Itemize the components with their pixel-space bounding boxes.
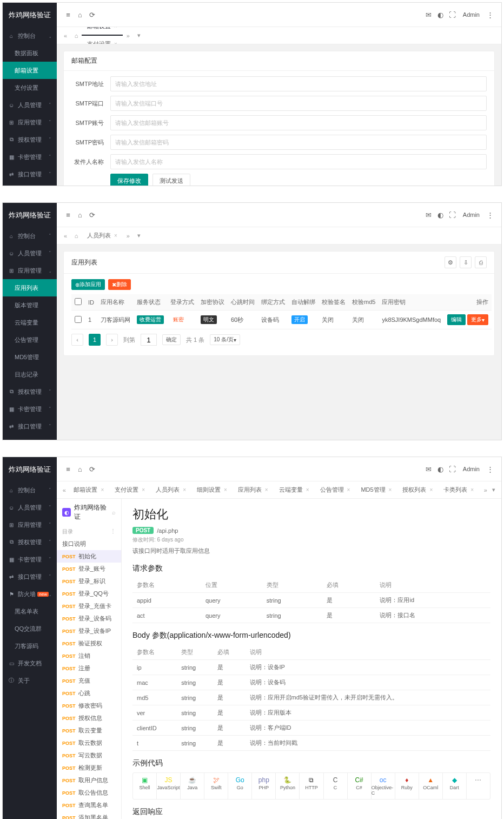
theme-icon[interactable]: ◐ [435,211,447,219]
doc-nav-item[interactable]: POST授权信息 [57,712,121,724]
sidebar-item[interactable]: ⚑防火墙new˅ [3,183,57,186]
message-icon[interactable]: ✉ [423,465,435,473]
page-size[interactable]: 10 条/页 ▾ [210,334,240,345]
tabs-prev-icon[interactable]: « [60,233,71,239]
lang-option[interactable]: ⧉HTTP [300,773,323,799]
more-button[interactable]: 更多 ▾ [467,314,488,325]
lang-option[interactable]: CC [324,773,348,799]
close-icon[interactable]: × [265,487,268,493]
edit-button[interactable]: 编辑 [447,314,466,325]
sidebar-item[interactable]: ⧉授权管理˅ [3,533,57,551]
close-icon[interactable]: × [224,487,227,493]
doc-nav-item[interactable]: POST注销 [57,650,121,662]
doc-nav-item[interactable]: 接口说明 [57,538,121,550]
doc-nav-item[interactable]: POST登录_账号 [57,563,121,575]
lang-option[interactable]: ◆Dart [443,773,467,799]
admin-label[interactable]: Admin [459,212,484,218]
tabs-more-icon[interactable]: ▾ [490,486,498,493]
test-send-button[interactable]: 测试发送 [152,174,190,186]
fullscreen-icon[interactable]: ⛶ [447,465,459,473]
sidebar-item[interactable]: ▦卡密管理˅ [3,148,57,166]
tab[interactable]: 支付设置× [109,481,150,499]
close-icon[interactable]: × [429,487,433,493]
doc-nav-item[interactable]: POST登录_QQ号 [57,587,121,600]
tab[interactable]: 人员列表× [150,481,191,499]
tab[interactable]: 公告管理× [315,481,356,499]
more-icon[interactable]: ⋮ [484,211,496,219]
sidebar-item[interactable]: MD5管理 [3,348,57,366]
doc-nav-item[interactable]: POST取用户信息 [57,774,121,787]
lang-option[interactable]: ⋯ [467,773,490,799]
tab-home-icon[interactable]: ⌂ [71,233,82,239]
doc-nav-item[interactable]: POST登录_设备码 [57,612,121,625]
tab[interactable]: MD5管理× [355,481,397,499]
filter-icon[interactable]: ⚙ [445,256,456,268]
lang-option[interactable]: C#C# [348,773,372,799]
page-confirm[interactable]: 确定 [162,334,181,345]
tab[interactable]: 邮箱设置× [82,27,123,36]
tabs-next-icon[interactable]: » [123,32,134,39]
select-all-checkbox[interactable] [75,298,82,305]
close-icon[interactable]: × [470,487,474,493]
text-input[interactable] [110,76,487,91]
sidebar-item[interactable]: 数据面板 [3,44,57,62]
sidebar-item[interactable]: 版本管理 [3,296,57,314]
sidebar-item[interactable]: ⊞应用管理˅ [3,262,57,279]
more-icon[interactable]: ⋮ [484,11,496,19]
fullscreen-icon[interactable]: ⛶ [447,211,459,219]
admin-label[interactable]: Admin [459,11,484,18]
doc-nav-item[interactable]: POST登录_充值卡 [57,600,121,612]
close-icon[interactable]: × [183,487,186,493]
text-input[interactable] [110,115,487,130]
sidebar-item[interactable]: 日志记录 [3,366,57,383]
more-icon[interactable]: ⋮ [484,465,496,473]
close-icon[interactable]: × [306,487,309,493]
page-input[interactable] [141,334,157,346]
close-icon[interactable]: × [347,487,350,493]
lang-option[interactable]: 🐍Python [276,773,300,799]
sidebar-item[interactable]: ⇄接口管理˅ [3,166,57,183]
collapse-icon[interactable]: ⋮ [110,528,116,536]
refresh-icon[interactable]: ⟳ [86,11,98,19]
sidebar-item[interactable]: 支付设置 [3,79,57,96]
tabs-prev-icon[interactable]: « [60,32,71,39]
sidebar-item[interactable]: ⚑防火墙new˅ [3,435,57,440]
menu-toggle-icon[interactable]: ≡ [62,465,74,473]
export-icon[interactable]: ⇩ [460,256,472,268]
lang-option[interactable]: 🕊Swift [204,773,228,799]
text-input[interactable] [110,135,487,150]
sidebar-item[interactable]: ⌂控制台˅ [3,481,57,499]
doc-nav-item[interactable]: POST充值 [57,675,121,687]
sidebar-item[interactable]: ⇄接口管理˅ [3,418,57,435]
sidebar-item[interactable]: ☺人员管理˅ [3,245,57,262]
sidebar-item[interactable]: 刀客源码 [3,637,57,655]
doc-nav-item[interactable]: POST心跳 [57,687,121,699]
doc-nav-item[interactable]: POST查询黑名单 [57,799,121,811]
close-icon[interactable]: × [101,487,104,493]
sidebar-item[interactable]: ⊞应用管理˅ [3,114,57,131]
tabs-more-icon[interactable]: ▾ [134,32,144,39]
fullscreen-icon[interactable]: ⛶ [447,11,459,19]
sidebar-item[interactable]: ⧉授权管理˅ [3,383,57,400]
sidebar-item[interactable]: ⧉授权管理˅ [3,131,57,148]
home-icon[interactable]: ⌂ [74,11,86,19]
sidebar-item[interactable]: ▦卡密管理˅ [3,551,57,568]
home-icon[interactable]: ⌂ [74,465,86,473]
sidebar-item[interactable]: 公告管理 [3,331,57,348]
lang-option[interactable]: phpPHP [252,773,276,799]
home-icon[interactable]: ⌂ [74,211,86,219]
sidebar-item[interactable]: ▦卡密管理˅ [3,400,57,418]
sidebar-item[interactable]: 黑名单表 [3,603,57,620]
sidebar-item[interactable]: ⌂控制台˅ [3,27,57,44]
doc-nav-item[interactable]: POST登录_标识 [57,575,121,587]
sidebar-item[interactable]: 应用列表 [3,279,57,296]
sidebar-item[interactable]: ⇄接口管理˅ [3,568,57,585]
tabs-next-icon[interactable]: » [123,233,134,239]
sidebar-item[interactable]: ⌂控制台˅ [3,227,57,245]
doc-nav-item[interactable]: POST初始化 [57,550,121,563]
tab[interactable]: 云端变量× [274,481,315,499]
search-icon[interactable]: ⌕ [112,509,116,516]
tabs-prev-icon[interactable]: « [60,487,68,493]
tab[interactable]: 细则设置× [191,481,233,499]
tab-home-icon[interactable]: ⌂ [71,32,82,39]
